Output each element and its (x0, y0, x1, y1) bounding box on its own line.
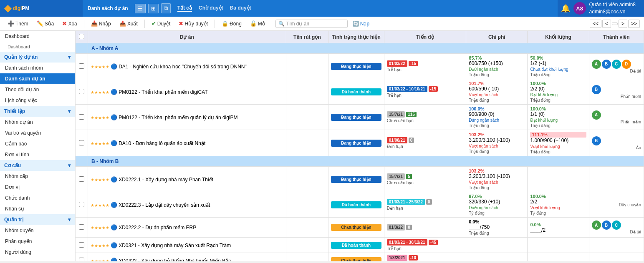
sidebar-item-roles[interactable]: Vai trò và quyền (0, 128, 75, 138)
member-cell: APhần mềm (589, 105, 644, 130)
edit-button[interactable]: ✏️ Sửa (33, 19, 58, 28)
view-list-btn[interactable]: ☰ (135, 4, 146, 13)
row-checkbox[interactable] (79, 140, 84, 145)
refresh-button[interactable]: 🔄 Nạp (349, 20, 373, 28)
project-stars: ★★★★★ (91, 65, 109, 69)
col-member-header: Thành viên (589, 31, 644, 43)
vol-note: Vượt khối lượng (530, 205, 586, 210)
table-row[interactable]: ★★★★★ 🔵 XD0222.1 - Xây dựng nhà máy Phan… (76, 167, 644, 192)
row-checkbox[interactable] (79, 89, 84, 94)
view-grid-btn[interactable]: ⊞ (148, 4, 159, 13)
refresh-icon: 🔄 (353, 21, 359, 27)
member-cell (589, 167, 644, 192)
delete-label: Xóa (68, 21, 77, 27)
row-checkbox-cell (76, 130, 88, 156)
sidebar-item-units[interactable]: Đơn vị tính (0, 149, 75, 160)
project-type: Đề tài (592, 230, 641, 234)
filter-all[interactable]: Tất cả (177, 5, 192, 12)
delete-button[interactable]: ✖ Xóa (59, 19, 80, 28)
cost-cell (466, 253, 528, 262)
select-all-checkbox[interactable] (79, 34, 84, 39)
sidebar-item-projects[interactable]: Danh sách dự án (0, 73, 75, 84)
view-card-btn[interactable]: ⧉ (161, 3, 171, 13)
sidebar-item-alerts[interactable]: Cảnh báo (0, 138, 75, 149)
sidebar-item-nhomcap[interactable]: Nhóm cấp (0, 171, 75, 182)
page-first-btn[interactable]: << (590, 20, 601, 28)
cost-cell: 100.0%900/900 (0)Đúng ngân sáchTriệu đồn… (466, 105, 528, 130)
add-button[interactable]: ➕ Thêm (4, 19, 32, 28)
volume-cell (528, 167, 589, 192)
project-name: XD0222.2 - Dự án phần mềm ERP (119, 225, 196, 230)
divider-2 (144, 20, 145, 28)
sidebar-section-quanly[interactable]: Quản lý dự án▾ (0, 52, 75, 63)
row-checkbox[interactable] (79, 176, 84, 182)
table-row[interactable]: ★★★★★ 🔵 DA1 - Nghiên cứu khoa học "Chuyể… (76, 54, 644, 79)
avatar: B (602, 220, 611, 230)
export-button[interactable]: 📤 Xuất (116, 19, 141, 28)
row-checkbox[interactable] (79, 242, 84, 248)
row-checkbox[interactable] (79, 258, 84, 262)
vol-percent: 0.0% (530, 222, 586, 227)
filter-pending[interactable]: Chờ duyệt (199, 5, 223, 12)
row-checkbox[interactable] (79, 63, 84, 69)
import-button[interactable]: 📥 Nhập (88, 19, 114, 28)
sidebar-item-track[interactable]: Theo dõi dự án (0, 84, 75, 95)
row-checkbox[interactable] (79, 114, 84, 120)
sidebar-item-groups[interactable]: Danh sách nhóm (0, 63, 75, 73)
project-stars: ★★★★★ (91, 259, 109, 262)
page-prev-btn[interactable]: < (602, 20, 611, 28)
table-row[interactable]: ★★★★★ 🔵 XD0222.3 - Lắp đặt dây chuyền sả… (76, 192, 644, 218)
sidebar-item-nhomda[interactable]: Nhóm dự án (0, 117, 75, 128)
table-row[interactable]: ★★★★★ 🔵 XD0222.2 - Dự án phần mềm ERP Ch… (76, 218, 644, 238)
sidebar-section-cocau[interactable]: Cơ cấu▾ (0, 160, 75, 171)
member-cell: Dây chuyền (589, 192, 644, 218)
sidebar-item-phanquyen[interactable]: Phân quyền (0, 236, 75, 247)
sidebar-item-nhansu[interactable]: Nhân sự (0, 203, 75, 214)
cost-note: Dưới ngân sách (469, 205, 525, 210)
table-row[interactable]: ★★★★★ 🔵 PM0122 - Triển khai phần mềm dig… (76, 79, 644, 105)
sidebar-item-donvi[interactable]: Đơn vị (0, 182, 75, 193)
status-cell: Đang thực hiện (328, 54, 384, 79)
sidebar-item-chucdanh[interactable]: Chức danh (0, 193, 75, 203)
open-label: Mở (258, 21, 265, 27)
project-stars: ★★★★★ (91, 115, 109, 120)
page-next-btn[interactable]: > (619, 20, 627, 28)
user-name: Quản trị viên admin8 (589, 1, 636, 8)
table-row[interactable]: ★★★★★ 🔵 XD0422 - Xây dựng hệ thống Nhà t… (76, 253, 644, 262)
page-last-btn[interactable]: >> (628, 20, 640, 28)
table-row[interactable]: ★★★★★ 🔵 PM0122 - Triển khai phần mềm quả… (76, 105, 644, 130)
approve-button[interactable]: ✔ Duyệt (148, 19, 174, 28)
avatar: B (602, 60, 611, 69)
vol-unit: Tỷ đồng (530, 211, 586, 215)
progress-cell: 01/3/220 (384, 218, 466, 238)
project-stars: ★★★★★ (91, 90, 109, 95)
page-num-btn[interactable] (612, 23, 618, 25)
table-row[interactable]: ★★★★★ 🔵 DA10 - Đơn hàng lô quần áo xuất … (76, 130, 644, 156)
table-row[interactable]: ★★★★★ 🔵 XD0321 - Xây dựng nhà máy Sản xu… (76, 238, 644, 253)
divider-1 (84, 20, 84, 28)
edit-icon: ✏️ (37, 20, 43, 27)
sidebar-item-dashboard[interactable]: Dashboard (0, 31, 75, 42)
bell-icon[interactable]: 🔔 (561, 4, 570, 13)
close-button[interactable]: 🔒 Đóng (218, 19, 245, 28)
sidebar-item-calendar[interactable]: Lịch công việc (0, 95, 75, 106)
row-checkbox[interactable] (79, 202, 84, 207)
filter-approved[interactable]: Đã duyệt (230, 5, 251, 12)
cost-percent: 97.0% (469, 194, 525, 199)
sidebar-item-nguoidung[interactable]: Người dùng (0, 247, 75, 258)
row-checkbox[interactable] (79, 224, 84, 230)
sidebar-item-nhomquyen[interactable]: Nhóm quyền (0, 225, 75, 236)
row-checkbox-cell (76, 218, 88, 238)
open-button[interactable]: 🔓 Mở (247, 19, 268, 28)
project-icon: 🔵 (111, 242, 117, 248)
date-bar: 01/03/21 - 25/3/220 (387, 199, 463, 205)
close-label: Đóng (230, 21, 242, 27)
search-input[interactable] (286, 21, 345, 27)
sidebar-section-quantri[interactable]: Quản trị▾ (0, 214, 75, 225)
project-type: Phần mềm (592, 120, 641, 124)
sidebar-section-thietlap[interactable]: Thiết lập▾ (0, 106, 75, 117)
sidebar-item-dashboard2[interactable]: Dashboard (0, 42, 75, 52)
unapprove-button[interactable]: ✖ Hủy duyệt (175, 19, 211, 28)
volume-cell: 50.0%1/2 (-1)Chưa đạt khối lượngTriệu đồ… (528, 54, 589, 79)
progress-sub: Trễ hạn (387, 246, 463, 251)
